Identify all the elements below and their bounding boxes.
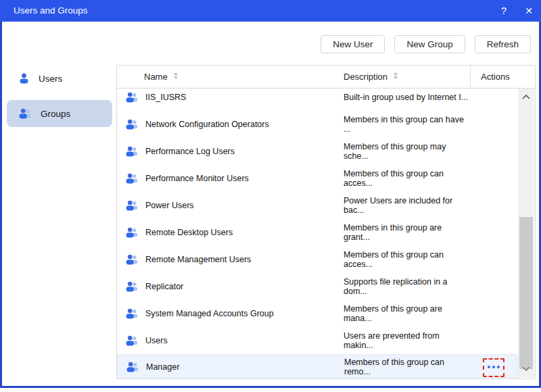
table-row[interactable]: IIS_IUSRS Built-in group used by Interne… xyxy=(117,88,518,111)
table-row[interactable]: System Managed Accounts Group Members of… xyxy=(117,300,518,327)
group-name: Performance Log Users xyxy=(145,147,235,156)
group-icon xyxy=(125,200,139,211)
group-name: Remote Desktop Users xyxy=(145,228,233,237)
group-name: Network Configuration Operators xyxy=(145,120,269,129)
group-name: Replicator xyxy=(145,282,183,291)
group-description: Members of this group may sche... xyxy=(344,142,470,161)
group-icon xyxy=(125,173,139,184)
group-icon xyxy=(125,281,139,292)
scroll-down-icon[interactable] xyxy=(518,362,534,376)
group-description: Members of this group can acces... xyxy=(344,169,470,188)
table-body: IIS_IUSRS Built-in group used by Interne… xyxy=(117,88,535,378)
vertical-scrollbar[interactable] xyxy=(518,89,534,378)
screen: Users and Groups ? ✕ New User New Group … xyxy=(0,0,541,392)
group-icon xyxy=(18,108,32,119)
group-description: Supports file replication in a dom... xyxy=(344,277,470,296)
group-name: Remote Management Users xyxy=(145,255,251,264)
scroll-up-icon[interactable] xyxy=(518,90,534,105)
refresh-button[interactable]: Refresh xyxy=(475,35,531,53)
group-icon xyxy=(125,146,139,157)
table-row[interactable]: Network Configuration Operators Members … xyxy=(117,111,518,138)
group-name: IIS_IUSRS xyxy=(145,93,186,102)
group-icon xyxy=(125,92,139,103)
table-row[interactable]: Power Users Power Users are included for… xyxy=(117,192,518,219)
group-icon xyxy=(126,362,139,372)
sort-icon[interactable] xyxy=(393,72,398,82)
dialog-content: New User New Group Refresh Users Groups xyxy=(2,22,539,386)
group-description: Members in this group are grant... xyxy=(344,223,470,242)
toolbar: New User New Group Refresh xyxy=(321,35,531,53)
new-user-button[interactable]: New User xyxy=(321,35,385,53)
group-icon xyxy=(125,227,139,238)
group-name: Users xyxy=(145,336,168,345)
sidebar-item-label: Users xyxy=(39,74,62,84)
titlebar: Users and Groups ? ✕ xyxy=(0,0,541,22)
sidebar-item-groups[interactable]: Groups xyxy=(7,100,112,127)
sidebar-item-label: Groups xyxy=(41,109,70,119)
help-icon[interactable]: ? xyxy=(496,0,512,22)
table-row[interactable]: Remote Desktop Users Members in this gro… xyxy=(117,219,518,246)
column-header-name[interactable]: Name xyxy=(117,72,344,82)
group-icon xyxy=(125,119,139,130)
group-name: Performance Monitor Users xyxy=(145,174,249,183)
group-icon xyxy=(125,335,139,346)
group-icon xyxy=(125,254,139,265)
column-header-description[interactable]: Description xyxy=(344,72,470,82)
table-header: Name Description Actions xyxy=(117,66,535,89)
group-description: Built-in group used by Internet I... xyxy=(344,93,470,102)
group-icon xyxy=(125,308,139,319)
group-name: Manager xyxy=(146,362,179,372)
group-name: System Managed Accounts Group xyxy=(145,309,274,318)
groups-table: Name Description Actions xyxy=(116,65,536,379)
group-description: Users are prevented from makin... xyxy=(344,331,470,350)
user-icon xyxy=(18,73,30,84)
scrollbar-thumb[interactable] xyxy=(519,217,533,369)
table-row[interactable]: Performance Log Users Members of this gr… xyxy=(117,138,518,165)
new-group-button[interactable]: New Group xyxy=(394,35,465,53)
sort-icon[interactable] xyxy=(173,72,179,82)
sidebar: Users Groups xyxy=(7,65,112,135)
ellipsis-icon xyxy=(492,366,495,368)
users-groups-window: Users and Groups ? ✕ New User New Group … xyxy=(0,0,541,388)
table-row-manager[interactable]: Manager Members of this group can remo..… xyxy=(117,354,518,378)
close-icon[interactable]: ✕ xyxy=(521,0,537,22)
group-description: Power Users are included for bac... xyxy=(344,196,470,215)
column-header-actions: Actions xyxy=(470,66,535,88)
table-row[interactable]: Performance Monitor Users Members of thi… xyxy=(117,165,518,192)
ellipsis-icon xyxy=(488,366,490,368)
group-description: Members of this group are mana... xyxy=(344,304,470,323)
table-row[interactable]: Users Users are prevented from makin... xyxy=(117,327,518,354)
ellipsis-icon xyxy=(497,366,500,368)
table-row[interactable]: Remote Management Users Members of this … xyxy=(117,246,518,273)
window-title: Users and Groups xyxy=(14,0,88,22)
group-name: Power Users xyxy=(145,201,194,210)
table-row[interactable]: Replicator Supports file replication in … xyxy=(117,273,518,300)
group-description: Members of this group can remo... xyxy=(344,358,469,376)
group-description: Members in this group can have ... xyxy=(344,115,470,134)
row-actions-button[interactable] xyxy=(484,362,503,372)
sidebar-item-users[interactable]: Users xyxy=(7,65,112,92)
group-description: Members of this group can acces... xyxy=(344,250,470,269)
